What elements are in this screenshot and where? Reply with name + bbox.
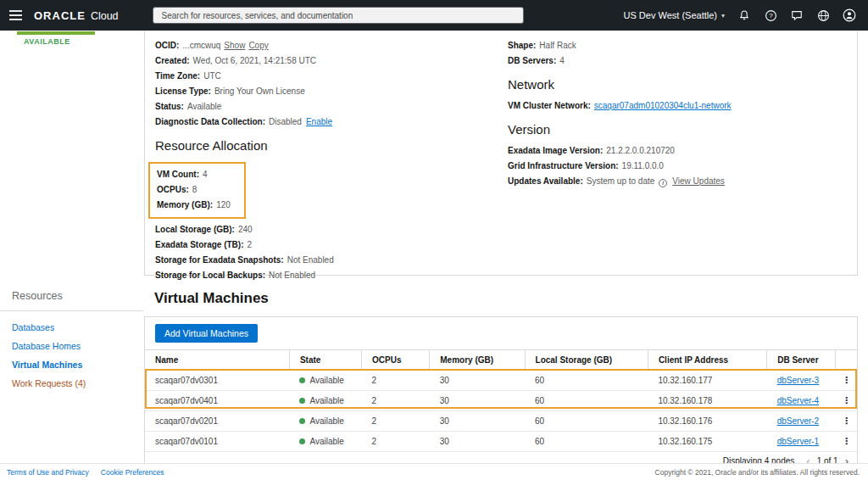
field-timezone: Time Zone:UTC <box>155 71 508 81</box>
field-ocid: OCID:...cmcwuqShowCopy <box>155 41 508 51</box>
table-header-row: Name State OCPUs Memory (GB) Local Stora… <box>145 350 857 371</box>
cell-name: scaqar07dv0201 <box>145 411 289 432</box>
field-ocpus: OCPUs:8 <box>157 185 231 195</box>
table-row: scaqar07dv0301 Available 2 30 60 10.32.1… <box>145 371 857 391</box>
status-badge-bar <box>17 31 95 35</box>
cell-client-ip: 10.32.160.177 <box>648 371 766 391</box>
region-selector[interactable]: US Dev West (Seattle) ▾ <box>624 10 725 20</box>
logo-cloud-text: Cloud <box>91 10 119 22</box>
column-header-actions <box>836 350 857 371</box>
vm-cluster-network-link[interactable]: scaqar07adm01020304clu1-network <box>594 101 732 110</box>
cell-local-storage: 60 <box>525 411 648 432</box>
network-heading: Network <box>508 77 837 92</box>
available-dot-icon <box>299 377 305 383</box>
row-actions-kebab-icon[interactable]: ⋮ <box>842 375 851 385</box>
cell-local-storage: 60 <box>525 391 648 411</box>
sidebar: AVAILABLE Resources Databases Database H… <box>0 31 143 463</box>
cell-db-server: dbServer-3 <box>767 371 836 391</box>
pagination-page-indicator: 1 of 1 <box>817 456 838 463</box>
cell-state: Available <box>289 411 361 432</box>
resource-allocation-heading: Resource Allocation <box>155 138 508 153</box>
cell-local-storage: 60 <box>525 371 648 391</box>
cluster-details-panel: OCID:...cmcwuqShowCopy Created:Wed, Oct … <box>144 31 858 276</box>
details-left-column: OCID:...cmcwuqShowCopy Created:Wed, Oct … <box>155 41 508 275</box>
cell-ocpus: 2 <box>362 432 430 452</box>
column-header-name: Name <box>145 350 289 371</box>
column-header-state: State <box>289 350 361 371</box>
language-globe-icon[interactable] <box>816 8 830 22</box>
vm-table: Name State OCPUs Memory (GB) Local Stora… <box>145 349 857 452</box>
copyright-text: Copyright © 2021, Oracle and/or its affi… <box>655 468 860 477</box>
pagination-prev-icon[interactable]: ‹ <box>806 457 810 464</box>
info-icon: i <box>659 179 667 187</box>
row-actions-kebab-icon[interactable]: ⋮ <box>842 395 851 405</box>
cell-name: scaqar07dv0101 <box>145 432 289 452</box>
version-heading: Version <box>508 122 837 137</box>
field-exadata-image-version: Exadata Image Version:21.2.2.0.0.210720 <box>508 146 837 156</box>
field-diagnostic-collection: Diagnostic Data Collection:DisabledEnabl… <box>155 117 508 127</box>
oracle-cloud-logo: ORACLE Cloud <box>34 9 119 22</box>
sidebar-item-virtual-machines[interactable]: Virtual Machines <box>0 355 143 374</box>
row-actions-kebab-icon[interactable]: ⋮ <box>842 416 851 426</box>
db-server-link[interactable]: dbServer-2 <box>777 416 819 426</box>
view-updates-link[interactable]: View Updates <box>672 176 725 186</box>
main-content: OCID:...cmcwuqShowCopy Created:Wed, Oct … <box>144 31 858 463</box>
user-avatar-icon[interactable] <box>843 8 856 22</box>
footer: Terms of Use and Privacy Cookie Preferen… <box>0 463 868 480</box>
available-dot-icon <box>299 398 305 404</box>
table-row: scaqar07dv0101 Available 2 30 60 10.32.1… <box>145 432 857 452</box>
resources-nav: Resources Databases Database Homes Virtu… <box>0 285 143 393</box>
cell-ocpus: 2 <box>362 371 430 391</box>
field-db-servers: DB Servers:4 <box>508 56 837 66</box>
chevron-down-icon: ▾ <box>721 12 725 20</box>
column-header-client-ip: Client IP Address <box>648 350 766 371</box>
menu-icon[interactable] <box>0 0 31 31</box>
global-search-input[interactable] <box>153 7 524 24</box>
cell-state: Available <box>289 432 361 452</box>
column-header-ocpus: OCPUs <box>362 350 430 371</box>
cell-ocpus: 2 <box>362 411 430 432</box>
cookie-preferences-link[interactable]: Cookie Preferences <box>101 468 164 477</box>
logo-oracle-text: ORACLE <box>34 9 86 22</box>
table-pagination: Displaying 4 nodes ‹ 1 of 1 › <box>145 452 857 463</box>
cell-local-storage: 60 <box>525 432 648 452</box>
field-license-type: License Type:Bring Your Own License <box>155 87 508 97</box>
cell-state: Available <box>289 371 361 391</box>
sidebar-item-database-homes[interactable]: Database Homes <box>0 337 143 355</box>
sidebar-item-databases[interactable]: Databases <box>0 318 143 337</box>
ocid-show-link[interactable]: Show <box>224 41 245 50</box>
row-actions-kebab-icon[interactable]: ⋮ <box>842 436 851 446</box>
ocid-copy-link[interactable]: Copy <box>248 41 268 50</box>
field-memory: Memory (GB):120 <box>157 200 231 210</box>
cell-db-server: dbServer-4 <box>767 391 836 411</box>
details-right-column: Shape:Half Rack DB Servers:4 Network VM … <box>508 41 857 275</box>
cell-memory: 30 <box>430 411 525 432</box>
notifications-bell-icon[interactable] <box>737 8 751 22</box>
cell-memory: 30 <box>430 432 525 452</box>
resources-heading: Resources <box>0 285 143 311</box>
virtual-machines-panel: Add Virtual Machines Name State OCPUs Me… <box>144 316 858 463</box>
terms-link[interactable]: Terms of Use and Privacy <box>7 468 89 477</box>
pagination-summary: Displaying 4 nodes <box>723 456 795 463</box>
field-updates-available: Updates Available:System up to dateiView… <box>508 176 837 187</box>
field-local-storage: Local Storage (GB):240 <box>155 225 508 235</box>
svg-text:?: ? <box>769 12 773 20</box>
cell-name: scaqar07dv0401 <box>145 391 289 411</box>
db-server-link[interactable]: dbServer-4 <box>777 396 819 405</box>
column-header-memory: Memory (GB) <box>430 350 525 371</box>
sidebar-item-work-requests[interactable]: Work Requests (4) <box>0 374 143 393</box>
enable-link[interactable]: Enable <box>306 117 332 126</box>
pagination-next-icon[interactable]: › <box>845 457 849 464</box>
field-grid-infrastructure-version: Grid Infrastructure Version:19.11.0.0.0 <box>508 161 837 171</box>
add-virtual-machines-button[interactable]: Add Virtual Machines <box>155 324 258 343</box>
region-label: US Dev West (Seattle) <box>624 10 717 20</box>
chat-feedback-icon[interactable] <box>790 8 804 22</box>
cell-memory: 30 <box>430 391 525 411</box>
column-header-local-storage: Local Storage (GB) <box>525 350 648 371</box>
db-server-link[interactable]: dbServer-1 <box>777 437 819 446</box>
db-server-link[interactable]: dbServer-3 <box>777 376 819 385</box>
cell-db-server: dbServer-1 <box>767 432 836 452</box>
cell-name: scaqar07dv0301 <box>145 371 289 391</box>
available-dot-icon <box>299 438 305 444</box>
help-icon[interactable]: ? <box>764 8 777 22</box>
